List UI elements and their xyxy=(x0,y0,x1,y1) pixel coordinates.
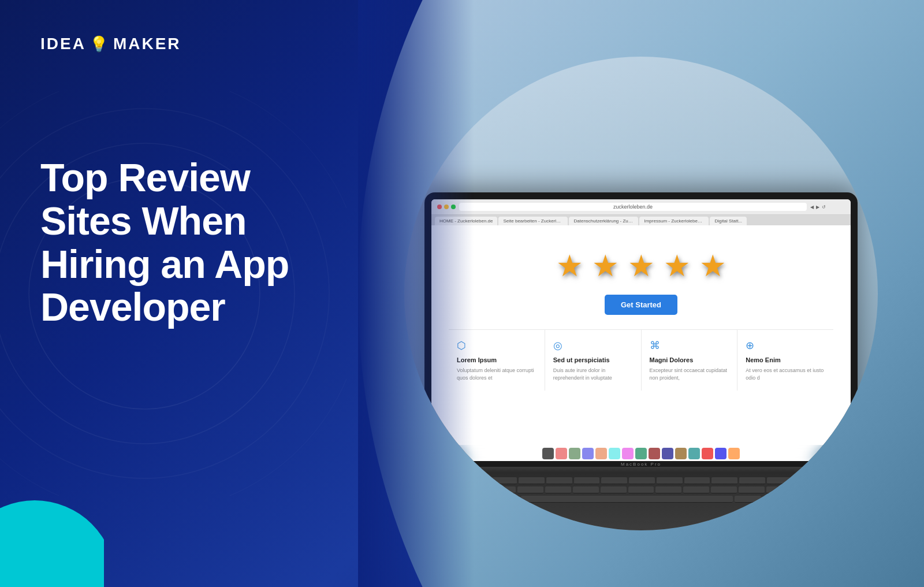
laptop-screen: zuckerloleben.de ◀▶↺ HOME - Zuckerlolebe… xyxy=(431,199,851,461)
key xyxy=(628,486,654,493)
dock-icon-9 xyxy=(649,448,660,459)
key xyxy=(683,486,709,493)
main-container: IDEA 💡 MAKER Top Review Sites When Hirin… xyxy=(0,0,924,587)
keyboard-row-3 xyxy=(436,496,846,503)
stars-row: ★ ★ ★ ★ ★ xyxy=(449,248,833,283)
headline-line2: Sites When xyxy=(40,199,247,243)
key xyxy=(767,477,793,484)
dock-icon-3 xyxy=(569,448,580,459)
key xyxy=(795,477,846,484)
keyboard-row-1 xyxy=(436,477,846,484)
laptop-screen-wrapper: zuckerloleben.de ◀▶↺ HOME - Zuckerlolebe… xyxy=(424,192,858,461)
headline: Top Review Sites When Hiring an App Deve… xyxy=(40,156,289,329)
feature-card-2: ◎ Sed ut perspiciatis Duis aute irure do… xyxy=(545,330,642,391)
card-text-3: Excepteur sint occaecat cupidatat non pr… xyxy=(650,367,729,381)
card-title-4: Nemo Enim xyxy=(746,356,825,363)
key xyxy=(766,486,792,493)
key xyxy=(735,496,761,503)
star-4: ★ xyxy=(664,248,691,283)
key xyxy=(491,477,517,484)
dock-icon-10 xyxy=(662,448,673,459)
card-icon-2: ◎ xyxy=(553,339,633,352)
macbook-label: MacBook Pro xyxy=(621,462,661,467)
laptop-circle-frame: zuckerloleben.de ◀▶↺ HOME - Zuckerlolebe… xyxy=(404,57,878,530)
logo-area: IDEA 💡 MAKER xyxy=(40,35,181,53)
star-5: ★ xyxy=(699,248,726,283)
key xyxy=(794,486,846,493)
feature-card-4: ⊕ Nemo Enim At vero eos et accusamus et … xyxy=(737,330,833,391)
spacebar xyxy=(521,496,733,503)
dock-icon-2 xyxy=(556,448,567,459)
key xyxy=(763,496,789,503)
tab-4[interactable]: Impressum - Zuckerloleben.de xyxy=(639,217,709,225)
brand-logo: IDEA 💡 MAKER xyxy=(40,35,181,53)
headline-line3: Hiring an App xyxy=(40,242,289,286)
headline-line1: Top Review xyxy=(40,155,250,199)
card-text-4: At vero eos et accusamus et iusto odio d xyxy=(746,367,825,381)
key xyxy=(546,477,572,484)
dock-icon-11 xyxy=(675,448,687,459)
right-section: zuckerloleben.de ◀▶↺ HOME - Zuckerlolebe… xyxy=(358,0,924,587)
key xyxy=(629,477,655,484)
keyboard-row-2 xyxy=(436,486,846,493)
key xyxy=(791,496,818,503)
logo-idea: IDEA xyxy=(40,35,86,53)
card-title-3: Magni Dolores xyxy=(650,356,729,363)
star-1: ★ xyxy=(556,248,583,283)
logo-maker: MAKER xyxy=(113,35,181,53)
macos-dock xyxy=(431,445,851,461)
dock-icon-5 xyxy=(595,448,607,459)
feature-card-3: ⌘ Magni Dolores Excepteur sint occaecat … xyxy=(642,330,738,391)
laptop-keyboard xyxy=(424,473,858,530)
gradient-overlay xyxy=(358,0,474,587)
get-started-button[interactable]: Get Started xyxy=(605,295,677,315)
key xyxy=(493,496,519,503)
key xyxy=(601,486,627,493)
key xyxy=(711,486,737,493)
feature-cards: ⬡ Lorem Ipsum Voluptatum deleniti atque … xyxy=(449,329,833,391)
key xyxy=(490,486,516,493)
key xyxy=(657,477,683,484)
dock-icon-14 xyxy=(715,448,726,459)
key xyxy=(574,477,600,484)
stars-section: ★ ★ ★ ★ ★ Get Started xyxy=(449,237,833,324)
dock-icon-8 xyxy=(635,448,647,459)
tab-2[interactable]: Seite bearbeiten - Zuckerloleben.de - Wo… xyxy=(498,217,568,225)
tab-3[interactable]: Datenschutzerklärung - Zuckerloleben.de xyxy=(569,217,638,225)
key xyxy=(739,486,765,493)
teal-accent xyxy=(0,495,104,587)
hero-heading: Top Review Sites When Hiring an App Deve… xyxy=(40,156,289,329)
laptop-mockup: zuckerloleben.de ◀▶↺ HOME - Zuckerlolebe… xyxy=(424,192,858,530)
dock-icon-4 xyxy=(582,448,594,459)
laptop-base: MacBook Pro xyxy=(424,461,858,473)
key xyxy=(711,477,737,484)
key xyxy=(601,477,627,484)
browser-toolbar: zuckerloleben.de ◀▶↺ xyxy=(431,199,851,215)
laptop-base-bottom: MacBook Pro xyxy=(424,461,858,467)
star-2: ★ xyxy=(592,248,619,283)
key xyxy=(517,486,543,493)
key xyxy=(545,486,571,493)
dock-icon-1 xyxy=(542,448,554,459)
card-icon-4: ⊕ xyxy=(746,339,825,352)
browser-tabs: HOME - Zuckerloleben.de Seite bearbeiten… xyxy=(431,215,851,225)
card-title-2: Sed ut perspiciatis xyxy=(553,356,633,363)
browser-controls: ◀▶↺ xyxy=(810,205,845,210)
tab-5[interactable]: Digital Statt... xyxy=(710,217,747,225)
dock-icon-12 xyxy=(688,448,700,459)
key xyxy=(684,477,710,484)
dock-icon-6 xyxy=(609,448,620,459)
url-bar[interactable]: zuckerloleben.de xyxy=(459,203,807,211)
key xyxy=(819,496,846,503)
card-text-2: Duis aute irure dolor in reprehenderit i… xyxy=(553,367,633,381)
key xyxy=(655,486,681,493)
card-icon-3: ⌘ xyxy=(650,339,729,352)
key xyxy=(519,477,545,484)
star-3: ★ xyxy=(628,248,655,283)
key xyxy=(739,477,765,484)
headline-line4: Developer xyxy=(40,285,225,329)
key xyxy=(573,486,599,493)
logo-bulb-icon: 💡 xyxy=(90,35,110,53)
dock-icon-13 xyxy=(702,448,713,459)
dock-icon-7 xyxy=(622,448,634,459)
